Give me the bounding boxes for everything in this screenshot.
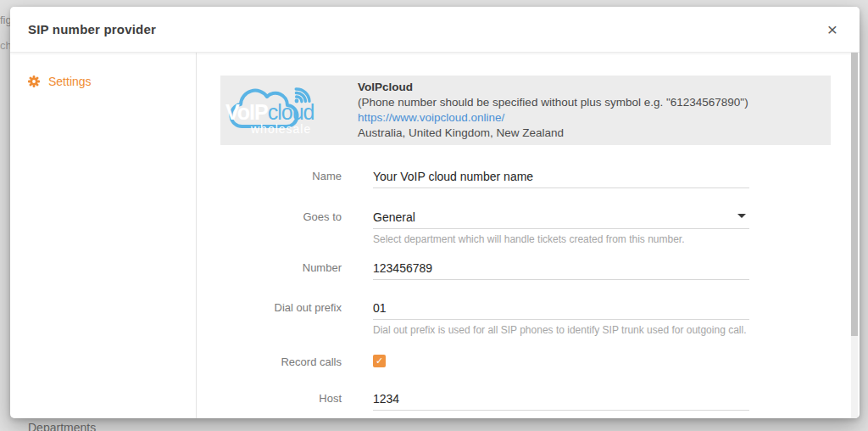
provider-url-link[interactable]: https://www.voipcloud.online/: [358, 111, 504, 124]
form-row-goes-to: Goes to General Select department which …: [220, 210, 860, 245]
dialog-header: SIP number provider ×: [10, 7, 860, 53]
name-input[interactable]: [373, 170, 749, 183]
form-row-host: Host: [220, 391, 860, 411]
field-label-number: Number: [220, 260, 342, 280]
goes-to-select[interactable]: General: [373, 210, 749, 229]
logo-wholesale-text: wholesale: [251, 122, 311, 136]
record-calls-checkbox[interactable]: ✓: [373, 355, 386, 367]
sidebar-item-settings[interactable]: Settings: [10, 75, 196, 88]
field-label-host: Host: [220, 391, 342, 411]
dialog-title: SIP number provider: [28, 22, 156, 36]
provider-info-card: VoIPcloud wholesale VoIPcloud (Phone num…: [220, 76, 831, 145]
form-row-record-calls: Record calls ✓: [220, 355, 860, 369]
logo-voip-text: VoIP: [225, 100, 268, 124]
dialog-sidebar: Settings: [10, 53, 197, 418]
form-row-dial-out-prefix: Dial out prefix Dial out prefix is used …: [220, 300, 860, 336]
settings-panel: VoIPcloud wholesale VoIPcloud (Phone num…: [197, 53, 860, 418]
logo-cloud-text: cloud: [268, 100, 314, 124]
scrollbar-thumb[interactable]: [851, 53, 858, 336]
dial-out-prefix-input[interactable]: [373, 301, 749, 315]
field-label-name: Name: [220, 169, 342, 188]
field-label-dial-out-prefix: Dial out prefix: [220, 300, 342, 336]
close-icon[interactable]: ×: [821, 18, 844, 42]
goes-to-hint: Select department which will handle tick…: [373, 233, 749, 245]
gear-icon: [28, 76, 40, 87]
scrollbar-track: [851, 53, 858, 418]
goes-to-selected-value: General: [373, 210, 415, 224]
dialog-body: Settings Vo: [10, 53, 860, 418]
sidebar-item-label: Settings: [48, 75, 92, 88]
provider-name: VoIPcloud: [358, 80, 748, 95]
field-label-goes-to: Goes to: [220, 210, 342, 245]
chevron-down-icon: [737, 214, 746, 218]
form-row-number: Number: [220, 260, 860, 280]
field-label-record-calls: Record calls: [220, 355, 342, 369]
host-input[interactable]: [373, 392, 749, 406]
backdrop-departments-label: Departments: [28, 421, 96, 431]
provider-description: VoIPcloud (Phone number should be specif…: [358, 80, 748, 141]
sip-number-provider-dialog: SIP number provider × Settings: [10, 7, 860, 418]
logo-wordmark: VoIPcloud: [225, 102, 314, 123]
number-input[interactable]: [373, 261, 749, 275]
form-row-name: Name: [220, 169, 860, 188]
dial-out-prefix-hint: Dial out prefix is used for all SIP phon…: [373, 324, 749, 336]
checkmark-icon: ✓: [376, 356, 383, 366]
provider-note: (Phone number should be specified withou…: [358, 95, 748, 110]
voipcloud-logo: VoIPcloud wholesale: [222, 80, 328, 141]
provider-countries: Australia, United Kingdom, New Zealand: [358, 126, 748, 141]
